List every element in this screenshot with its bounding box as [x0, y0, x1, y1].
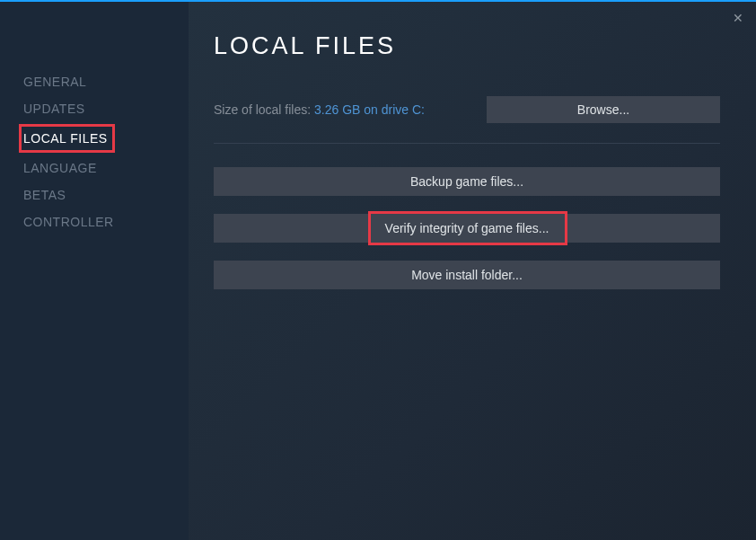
size-info-text: Size of local files: 3.26 GB on drive C:	[214, 102, 425, 117]
verify-integrity-button[interactable]: Verify integrity of game files...	[214, 214, 720, 243]
verify-button-wrapper: Verify integrity of game files...	[214, 214, 720, 243]
sidebar: GENERAL UPDATES LOCAL FILES LANGUAGE BET…	[0, 2, 189, 540]
sidebar-item-local-files[interactable]: LOCAL FILES	[23, 129, 108, 147]
browse-button[interactable]: Browse...	[487, 96, 720, 123]
size-label: Size of local files:	[214, 102, 314, 117]
backup-game-files-button[interactable]: Backup game files...	[214, 167, 720, 196]
size-value: 3.26 GB on drive C:	[314, 102, 425, 117]
size-info-row: Size of local files: 3.26 GB on drive C:…	[214, 96, 720, 123]
sidebar-item-betas[interactable]: BETAS	[23, 181, 165, 208]
page-title: LOCAL FILES	[214, 32, 720, 60]
close-icon[interactable]: ✕	[733, 11, 743, 25]
sidebar-item-highlight: LOCAL FILES	[19, 124, 115, 153]
sidebar-item-controller[interactable]: CONTROLLER	[23, 208, 165, 235]
main-panel: ✕ LOCAL FILES Size of local files: 3.26 …	[189, 2, 756, 540]
sidebar-item-updates[interactable]: UPDATES	[23, 95, 165, 122]
main-container: GENERAL UPDATES LOCAL FILES LANGUAGE BET…	[0, 2, 756, 540]
sidebar-item-general[interactable]: GENERAL	[23, 68, 165, 95]
sidebar-item-language[interactable]: LANGUAGE	[23, 155, 165, 181]
divider	[214, 143, 720, 144]
move-install-folder-button[interactable]: Move install folder...	[214, 261, 720, 289]
